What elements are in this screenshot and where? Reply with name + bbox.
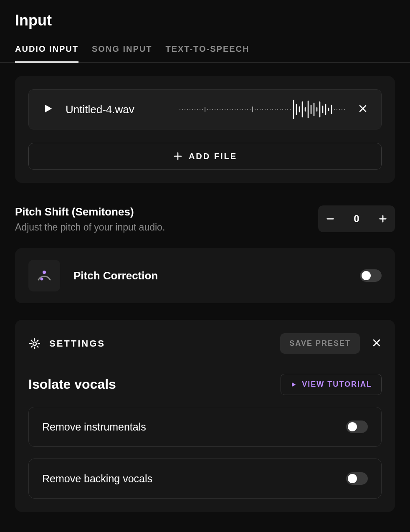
play-icon	[42, 103, 54, 114]
play-icon	[290, 381, 297, 388]
file-row: Untitled-4.wav	[28, 89, 382, 129]
tab-song-input[interactable]: SONG INPUT	[92, 44, 152, 63]
pitch-shift-stepper: 0	[318, 205, 395, 232]
minus-icon	[326, 214, 335, 223]
remove-backing-vocals-toggle[interactable]	[346, 472, 368, 485]
decrement-button[interactable]	[326, 214, 335, 223]
play-button[interactable]	[42, 103, 54, 116]
svg-point-65	[40, 278, 43, 281]
close-icon	[372, 338, 382, 348]
svg-point-64	[43, 271, 46, 274]
waveform	[146, 97, 346, 122]
input-card: Untitled-4.wav	[15, 76, 395, 183]
pitch-shift-row: Pitch Shift (Semitones) Adjust the pitch…	[15, 205, 395, 233]
settings-card: SETTINGS SAVE PRESET Isolate vocals VIEW…	[15, 320, 395, 512]
pitch-shift-value: 0	[352, 213, 362, 225]
pitch-correction-label: Pitch Correction	[73, 269, 158, 282]
tab-audio-input[interactable]: AUDIO INPUT	[15, 44, 78, 63]
settings-title: SETTINGS	[49, 338, 105, 349]
plus-icon	[378, 214, 387, 223]
remove-file-button[interactable]	[358, 104, 368, 115]
pitch-shift-label: Pitch Shift (Semitones)	[15, 205, 165, 218]
pitch-correction-card: Pitch Correction	[15, 248, 395, 303]
remove-instrumentals-toggle[interactable]	[346, 421, 368, 433]
increment-button[interactable]	[378, 214, 387, 223]
add-file-button[interactable]: ADD FILE	[28, 143, 382, 170]
pitch-shift-description: Adjust the pitch of your input audio.	[15, 222, 165, 233]
close-settings-button[interactable]	[372, 338, 382, 350]
save-preset-button[interactable]: SAVE PRESET	[280, 333, 360, 354]
option-remove-instrumentals: Remove instrumentals	[28, 407, 382, 447]
gear-icon	[28, 337, 41, 350]
pitch-correction-toggle[interactable]	[360, 269, 382, 282]
tab-text-to-speech[interactable]: TEXT-TO-SPEECH	[165, 44, 249, 63]
svg-point-66	[33, 342, 36, 345]
close-icon	[358, 104, 368, 114]
tabs: AUDIO INPUT SONG INPUT TEXT-TO-SPEECH	[0, 44, 410, 63]
file-name: Untitled-4.wav	[66, 103, 134, 116]
option-label: Remove instrumentals	[42, 421, 146, 433]
view-tutorial-button[interactable]: VIEW TUTORIAL	[281, 374, 382, 395]
isolate-vocals-title: Isolate vocals	[28, 377, 116, 392]
add-file-label: ADD FILE	[189, 152, 237, 161]
page-title: Input	[15, 12, 395, 29]
view-tutorial-label: VIEW TUTORIAL	[302, 380, 372, 389]
plus-icon	[173, 151, 183, 161]
pitch-correction-icon	[28, 260, 60, 291]
option-remove-backing-vocals: Remove backing vocals	[28, 459, 382, 499]
option-label: Remove backing vocals	[42, 473, 152, 485]
